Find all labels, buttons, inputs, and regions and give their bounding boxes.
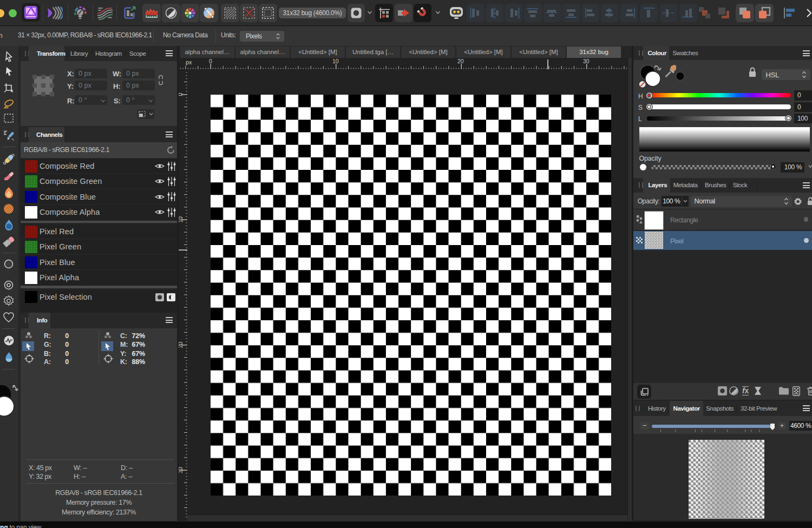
svg-text:20: 20 bbox=[457, 58, 464, 64]
svg-text:30: 30 bbox=[179, 467, 184, 473]
svg-text:0: 0 bbox=[209, 58, 212, 64]
svg-text:20: 20 bbox=[179, 342, 184, 348]
svg-text:10: 10 bbox=[332, 58, 339, 64]
svg-text:10: 10 bbox=[179, 216, 184, 223]
svg-text:0: 0 bbox=[179, 93, 184, 96]
svg-text:30: 30 bbox=[583, 58, 590, 64]
